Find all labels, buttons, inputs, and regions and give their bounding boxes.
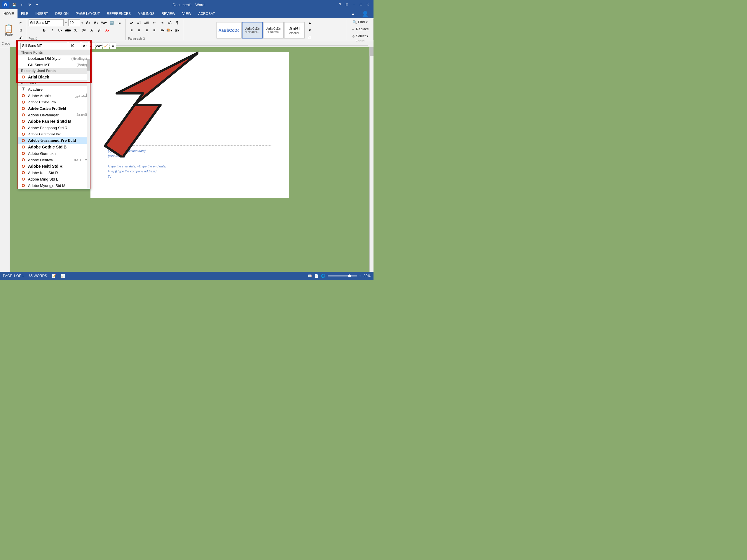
bullets-list-btn[interactable]: ≡•	[128, 19, 135, 26]
zoom-thumb[interactable]	[348, 274, 351, 277]
tab-home[interactable]: HOME	[0, 9, 18, 18]
zoom-slider[interactable]	[328, 275, 357, 276]
style-aabi[interactable]: AaBl Personal...	[284, 22, 305, 38]
font-size-input[interactable]	[69, 43, 80, 49]
font-item-adobe-caslon-bold[interactable]: O Adobe Caslon Pro Bold	[18, 105, 90, 112]
font-item-adobe-caslon[interactable]: O Adobe Caslon Pro	[18, 99, 90, 105]
italic-btn[interactable]: I	[49, 27, 56, 34]
styles-scroll-up[interactable]: ▲	[306, 19, 313, 26]
font-item-adobe-arabic[interactable]: O Adobe Arabic أبجد هوز	[18, 92, 90, 99]
help-btn[interactable]: ?	[337, 1, 343, 8]
numbered-list-btn[interactable]: ≡1	[136, 19, 143, 26]
tab-page-layout[interactable]: PAGE LAYOUT	[72, 9, 103, 18]
print-layout-icon[interactable]: 📄	[314, 274, 319, 278]
customize-quick-btn[interactable]: ▾	[34, 1, 40, 8]
minimize-btn[interactable]: ─	[351, 1, 357, 8]
tab-acrobat[interactable]: ACROBAT	[195, 9, 218, 18]
font-name-selector[interactable]: Gill Sans MT	[29, 19, 63, 26]
text-effects-btn[interactable]: A	[88, 27, 95, 34]
font-item-adobe-ming[interactable]: O Adobe Ming Std L	[18, 176, 90, 182]
tab-references[interactable]: REFERENCES	[103, 9, 134, 18]
ribbon-display-btn[interactable]: ⊟	[344, 1, 350, 8]
align-left-btn[interactable]: ≡	[128, 27, 135, 34]
increase-font-btn[interactable]: A↑	[85, 19, 92, 26]
bullets-btn[interactable]: ≡	[116, 19, 123, 26]
decrease-font-btn[interactable]: A↓	[93, 19, 100, 26]
font-name-input[interactable]	[20, 43, 67, 49]
line-spacing-btn[interactable]: ↕≡▾	[158, 27, 165, 34]
borders-btn[interactable]: ⊞▾	[174, 27, 181, 34]
font-item-adobe-devanagari[interactable]: O Adobe Devanagari देवनागरी	[18, 112, 90, 118]
strikethrough-btn[interactable]: abc	[65, 27, 72, 34]
font-name-dropdown-btn[interactable]: ▼	[65, 21, 68, 25]
redo-btn[interactable]: ↻	[26, 1, 33, 8]
font-item-adobe-kaiti[interactable]: O Adobe Kaiti Std R	[18, 169, 90, 176]
font-item-adobe-gurmukhi[interactable]: O Adobe Gurmukhi	[18, 150, 90, 157]
sort-btn[interactable]: ↕A	[166, 19, 173, 26]
proofing-icon[interactable]: 📝	[52, 274, 56, 278]
paste-button[interactable]: 📋 Paste	[2, 23, 16, 37]
cut-button[interactable]: ✂	[17, 19, 24, 26]
tab-view[interactable]: VIEW	[179, 9, 195, 18]
text-highlight-btn[interactable]: 🖊	[96, 27, 103, 34]
tab-mailings[interactable]: MAILINGS	[134, 9, 158, 18]
grow-font-btn[interactable]: A↑	[82, 43, 88, 49]
font-size-selector[interactable]: 10	[68, 19, 80, 26]
style-aabbccddc[interactable]: AaBbCcDc	[216, 22, 241, 38]
restore-btn[interactable]: □	[358, 1, 364, 8]
font-item-adobe-myungjo[interactable]: O Adobe Myungjo Std M	[18, 182, 90, 189]
style-header[interactable]: AaBbCcDc ¶ Header...	[242, 22, 263, 38]
paragraph-dialog-btn[interactable]: ⎕	[143, 37, 145, 40]
clear-btn[interactable]: 🧹	[103, 43, 109, 49]
dropdown-scrollbar[interactable]	[87, 59, 90, 189]
zoom-plus-btn[interactable]: +	[359, 274, 361, 278]
font-color-btn[interactable]: A▾	[104, 27, 111, 34]
macro-icon[interactable]: 📊	[61, 274, 65, 278]
font-item-acadEref[interactable]: T AcadEref	[18, 86, 90, 92]
collapse-ribbon-btn[interactable]: ▲	[348, 9, 358, 18]
font-item-adobe-garamond[interactable]: O Adobe Garamond Pro	[18, 131, 90, 137]
decrease-indent-btn[interactable]: ⇤	[151, 19, 158, 26]
shading-btn[interactable]: 🎨▾	[166, 27, 173, 34]
font-item-adobe-heiti[interactable]: O Adobe Heiti Std R	[18, 163, 90, 169]
undo-btn[interactable]: ↩	[19, 1, 25, 8]
format-painter-button[interactable]: 🖌	[17, 34, 24, 42]
aa-btn[interactable]: Aa▾	[96, 43, 102, 49]
user-icon[interactable]: 👤	[358, 9, 372, 18]
font-size-dropdown-btn[interactable]: ▼	[81, 21, 84, 25]
change-case-btn[interactable]: Aa▾	[100, 19, 107, 26]
scrollbar-thumb[interactable]	[370, 47, 374, 56]
close-btn[interactable]: ✕	[365, 1, 371, 8]
styles-more-btn[interactable]: ⊡	[306, 34, 313, 42]
font-item-adobe-hebrew[interactable]: O Adobe Hebrew אבגד הוז	[18, 157, 90, 163]
justify-btn[interactable]: ≡	[151, 27, 158, 34]
font-item-adobe-fangsong[interactable]: O Adobe Fangsong Std R	[18, 125, 90, 131]
superscript-btn[interactable]: X²	[80, 27, 87, 34]
styles-scroll-down[interactable]: ▼	[306, 27, 313, 34]
list-btn[interactable]: ≡	[110, 43, 116, 49]
font-item-adobe-garamond-bold[interactable]: O Adobe Garamond Pro Bold	[18, 137, 90, 144]
tab-insert[interactable]: INSERT	[32, 9, 52, 18]
tab-design[interactable]: DESIGN	[52, 9, 72, 18]
font-item-gillsans[interactable]: Gill Sans MT (Body)	[18, 62, 90, 68]
shrink-font-btn[interactable]: A↓	[89, 43, 95, 49]
align-center-btn[interactable]: ≡	[136, 27, 143, 34]
tab-review[interactable]: REVIEW	[158, 9, 179, 18]
replace-btn[interactable]: ↔ Replace	[349, 26, 371, 32]
font-item-adobe-gothic[interactable]: O Adobe Gothic Std B	[18, 144, 90, 150]
align-right-btn[interactable]: ≡	[143, 27, 150, 34]
vertical-scrollbar[interactable]	[369, 47, 374, 272]
web-layout-icon[interactable]: 🌐	[321, 274, 325, 278]
find-btn[interactable]: 🔍 Find ▾	[351, 19, 370, 25]
font-item-bookman[interactable]: Bookman Old Style (Headings)	[18, 55, 90, 62]
copy-button[interactable]: ⎘	[17, 27, 24, 34]
increase-indent-btn[interactable]: ⇥	[158, 19, 165, 26]
bold-btn[interactable]: B	[41, 27, 48, 34]
subscript-btn[interactable]: X₂	[72, 27, 79, 34]
underline-btn[interactable]: U▾	[57, 27, 63, 34]
read-mode-icon[interactable]: 📖	[308, 274, 312, 278]
style-normal[interactable]: AaBbCcDc ¶ Normal	[263, 22, 284, 38]
font-item-adobe-fanheiti[interactable]: O Adobe Fan Heiti Std B	[18, 118, 90, 125]
multilevel-list-btn[interactable]: ≡⊞	[143, 19, 150, 26]
select-btn[interactable]: ⊹ Select ▾	[350, 33, 370, 39]
